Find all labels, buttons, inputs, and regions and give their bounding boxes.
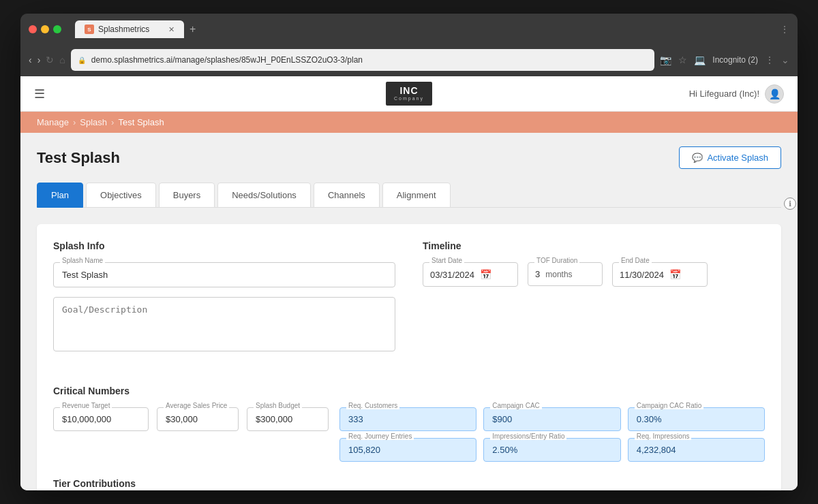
- revenue-target-field: Revenue Target: [53, 407, 149, 462]
- breadcrumb-splash[interactable]: Splash: [80, 117, 107, 127]
- end-date-calendar-icon[interactable]: 📅: [669, 269, 681, 280]
- splash-info-title: Splash Info: [53, 240, 395, 251]
- tab-title: Splashmetrics: [98, 25, 149, 34]
- expand-icon[interactable]: ⌄: [781, 54, 789, 65]
- avg-sales-price-field: Average Sales Price: [157, 407, 239, 462]
- req-customers-input[interactable]: [339, 407, 476, 431]
- address-bar[interactable]: demo.splashmetrics.ai/manage/splashes/85…: [91, 55, 648, 65]
- tab-buyers[interactable]: Buyers: [159, 183, 215, 208]
- req-impressions-input[interactable]: [628, 438, 765, 462]
- cn-right-row2: Req. Journey Entries Impressions/Entry R…: [339, 438, 765, 462]
- tab-plan[interactable]: Plan: [37, 183, 83, 208]
- campaign-cac-field: Campaign CAC: [483, 407, 620, 431]
- cn-left-fields: Revenue Target Average Sales Price Splas…: [53, 407, 329, 462]
- end-date-field: End Date 11/30/2024 📅: [612, 262, 708, 287]
- goal-textarea[interactable]: [53, 297, 395, 351]
- critical-numbers-section: Critical Numbers Revenue Target Average …: [53, 385, 765, 462]
- tab-objectives[interactable]: Objectives: [86, 183, 156, 208]
- tab-close-button[interactable]: ✕: [168, 25, 175, 34]
- incognito-label: Incognito (2): [712, 55, 758, 65]
- start-date-calendar-icon[interactable]: 📅: [480, 269, 491, 280]
- tab-needs-solutions[interactable]: Needs/Solutions: [217, 183, 311, 208]
- end-date-label: End Date: [619, 257, 652, 264]
- page-title: Test Splash: [37, 149, 120, 167]
- critical-numbers-layout: Revenue Target Average Sales Price Splas…: [53, 407, 765, 462]
- end-date-input[interactable]: 11/30/2024 📅: [612, 262, 708, 287]
- info-icon[interactable]: ℹ: [784, 198, 796, 210]
- new-tab-button[interactable]: +: [190, 23, 196, 35]
- revenue-target-input[interactable]: [53, 407, 149, 431]
- breadcrumb-manage[interactable]: Manage: [37, 117, 69, 127]
- impressions-ratio-field: Impressions/Entry Ratio: [483, 438, 620, 462]
- req-journey-input[interactable]: [339, 438, 476, 462]
- timeline-title: Timeline: [423, 240, 765, 251]
- start-date-input[interactable]: 03/31/2024 📅: [423, 262, 518, 287]
- app-logo: INC Company: [386, 82, 432, 106]
- security-icon: 🔒: [78, 57, 86, 64]
- breadcrumb-sep1: ›: [73, 117, 76, 127]
- splash-name-input[interactable]: [53, 262, 395, 287]
- start-date-field: Start Date 03/31/2024 📅: [423, 262, 518, 287]
- menu-icon[interactable]: ⋮: [765, 54, 774, 65]
- extensions-icon[interactable]: ⋮: [780, 24, 789, 35]
- user-avatar[interactable]: 👤: [765, 84, 784, 104]
- activate-splash-button[interactable]: 💬 Activate Splash: [679, 146, 781, 169]
- splash-name-label: Splash Name: [60, 257, 105, 264]
- req-customers-field: Req. Customers: [339, 407, 476, 431]
- splash-budget-field: Splash Budget: [247, 407, 329, 462]
- tof-input[interactable]: 3 months: [528, 262, 603, 286]
- minimize-button[interactable]: [41, 25, 49, 33]
- tab-alignment[interactable]: Alignment: [382, 183, 451, 208]
- tab-bar: Plan Objectives Buyers Needs/Solutions C…: [37, 183, 781, 208]
- req-journey-field: Req. Journey Entries: [339, 438, 476, 462]
- impressions-ratio-input[interactable]: [483, 438, 620, 462]
- screenshot-icon[interactable]: 📷: [660, 54, 671, 65]
- timeline-section: Timeline Start Date 03/31/2024 📅 TOF Du: [423, 240, 765, 364]
- close-button[interactable]: [29, 25, 37, 33]
- tier-contributions-section: Tier Contributions Division 1 Division 2: [53, 478, 765, 490]
- hamburger-menu[interactable]: ☰: [34, 86, 45, 101]
- tab-favicon: S: [85, 25, 94, 34]
- tof-label: TOF Duration: [534, 257, 579, 264]
- splash-name-field: Splash Name: [53, 262, 395, 287]
- avg-sales-price-input[interactable]: [157, 407, 239, 431]
- device-icon[interactable]: 💻: [694, 54, 706, 65]
- campaign-cac-ratio-input[interactable]: [628, 407, 765, 431]
- breadcrumb: Manage › Splash › Test Splash: [20, 112, 798, 133]
- tab-channels[interactable]: Channels: [314, 183, 380, 208]
- splash-budget-input[interactable]: [247, 407, 329, 431]
- campaign-cac-ratio-field: Campaign CAC Ratio: [628, 407, 765, 431]
- content-card: ℹ Splash Info Splash Name: [37, 224, 781, 490]
- splash-info-section: Splash Info Splash Name: [53, 240, 395, 364]
- browser-tab[interactable]: S Splashmetrics ✕: [75, 20, 184, 38]
- cn-right-fields: Req. Customers Campaign CAC Campaign CAC…: [339, 407, 765, 462]
- breadcrumb-sep2: ›: [111, 117, 114, 127]
- back-button[interactable]: ‹: [29, 54, 32, 65]
- home-button[interactable]: ⌂: [59, 54, 65, 65]
- user-greeting: Hi Lifeguard (Inc)!: [689, 89, 759, 99]
- bookmark-icon[interactable]: ☆: [678, 54, 687, 65]
- page-header: Test Splash 💬 Activate Splash: [37, 146, 781, 169]
- maximize-button[interactable]: [53, 25, 61, 33]
- breadcrumb-current: Test Splash: [118, 117, 164, 127]
- campaign-cac-input[interactable]: [483, 407, 620, 431]
- tof-duration-field: TOF Duration 3 months: [528, 262, 603, 286]
- goal-field: [53, 297, 395, 354]
- critical-numbers-title: Critical Numbers: [53, 385, 765, 396]
- reload-button[interactable]: ↻: [46, 54, 54, 65]
- timeline-fields: Start Date 03/31/2024 📅 TOF Duration 3: [423, 262, 765, 287]
- forward-button[interactable]: ›: [37, 54, 41, 65]
- tier-title: Tier Contributions: [53, 478, 765, 489]
- cn-right-row1: Req. Customers Campaign CAC Campaign CAC…: [339, 407, 765, 431]
- activate-icon: 💬: [692, 153, 703, 163]
- start-date-label: Start Date: [429, 257, 464, 264]
- req-impressions-field: Req. Impressions: [628, 438, 765, 462]
